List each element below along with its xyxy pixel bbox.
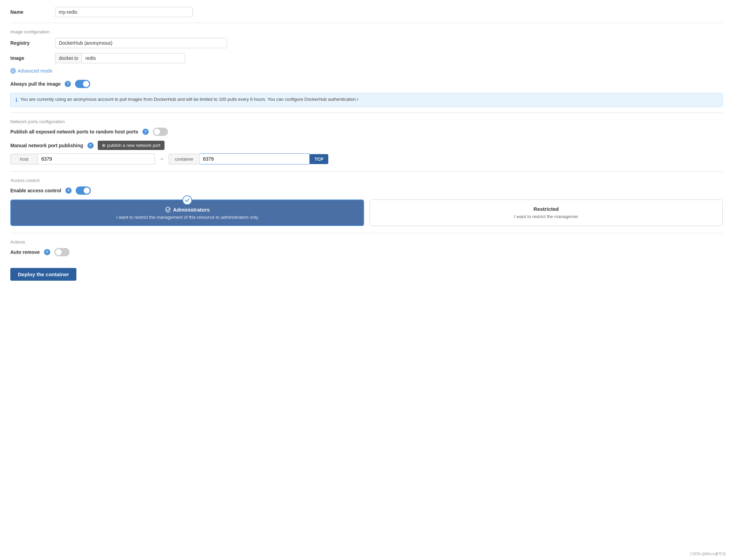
- arrow-icon: →: [155, 156, 169, 162]
- auto-remove-help-icon[interactable]: ?: [44, 249, 50, 255]
- image-prefix: docker.io: [55, 53, 82, 63]
- publish-port-button[interactable]: ⊕ publish a new network port: [98, 141, 165, 150]
- manual-port-help-icon[interactable]: ?: [87, 142, 94, 149]
- image-config-title: Image configuration: [10, 29, 723, 34]
- divider-2: [10, 112, 723, 113]
- enable-access-control-label: Enable access control: [10, 188, 61, 193]
- administrators-card[interactable]: Administrators I want to restrict the ma…: [10, 200, 364, 226]
- advanced-mode-label: Advanced mode: [18, 68, 52, 74]
- svg-line-3: [167, 209, 168, 211]
- access-control-title: Access control: [10, 178, 723, 183]
- svg-line-4: [168, 208, 169, 211]
- publish-all-help-icon[interactable]: ?: [142, 129, 149, 135]
- info-banner: ℹ You are currently using an anonymous a…: [10, 93, 723, 107]
- name-label: Name: [10, 9, 55, 15]
- always-pull-row: Always pull the image ?: [10, 80, 723, 88]
- info-icon: ℹ: [15, 97, 18, 103]
- manual-port-row: Manual network port publishing ? ⊕ publi…: [10, 141, 723, 150]
- always-pull-help-icon[interactable]: ?: [65, 81, 71, 87]
- actions-title: Actions: [10, 239, 723, 245]
- info-banner-text: You are currently using an anonymous acc…: [20, 97, 358, 102]
- publish-port-label: publish a new network port: [107, 143, 161, 148]
- divider-3: [10, 171, 723, 172]
- administrators-desc: I want to restrict the management of thi…: [18, 215, 357, 220]
- enable-access-help-icon[interactable]: ?: [65, 187, 72, 194]
- check-circle-icon: [182, 195, 192, 205]
- restricted-label: Restricted: [533, 206, 559, 212]
- always-pull-toggle[interactable]: [75, 80, 90, 88]
- image-row: Image docker.io: [10, 53, 723, 63]
- registry-input[interactable]: [55, 38, 227, 48]
- enable-access-control-row: Enable access control ?: [10, 186, 723, 195]
- checkmark-icon: [184, 197, 190, 203]
- auto-remove-label: Auto remove: [10, 249, 40, 255]
- image-name-input[interactable]: [82, 53, 185, 63]
- deploy-button[interactable]: Deploy the container: [10, 268, 76, 281]
- publish-all-label: Publish all exposed network ports to ran…: [10, 129, 138, 134]
- network-ports-title: Network ports configuration: [10, 119, 723, 124]
- publish-all-row: Publish all exposed network ports to ran…: [10, 128, 723, 136]
- image-inputs: docker.io: [55, 53, 185, 63]
- container-port-input[interactable]: [200, 153, 310, 164]
- divider-1: [10, 23, 723, 23]
- restricted-desc: I want to restrict the managemer: [377, 214, 715, 219]
- auto-remove-row: Auto remove ?: [10, 248, 723, 256]
- image-label: Image: [10, 55, 55, 61]
- divider-4: [10, 233, 723, 233]
- manual-port-label: Manual network port publishing: [10, 143, 83, 148]
- host-port-input[interactable]: [38, 153, 155, 164]
- shield-icon: [165, 206, 171, 213]
- restricted-card-title: Restricted: [377, 206, 715, 212]
- publish-all-toggle[interactable]: [153, 128, 168, 136]
- access-card-row: Administrators I want to restrict the ma…: [10, 200, 723, 226]
- plus-icon: ⊕: [102, 143, 106, 148]
- registry-row: Registry: [10, 38, 723, 48]
- always-pull-label: Always pull the image: [10, 81, 61, 87]
- auto-remove-toggle[interactable]: [54, 248, 70, 256]
- protocol-badge: TCP: [310, 154, 328, 164]
- name-input[interactable]: [55, 7, 193, 17]
- deploy-button-label: Deploy the container: [18, 271, 69, 277]
- globe-icon: [10, 68, 16, 74]
- administrators-card-title: Administrators: [18, 206, 357, 213]
- host-label: host: [10, 154, 38, 164]
- registry-label: Registry: [10, 40, 55, 46]
- advanced-mode-link[interactable]: Advanced mode: [10, 68, 723, 74]
- enable-access-toggle[interactable]: [76, 186, 91, 195]
- container-label: container: [169, 154, 200, 164]
- name-row: Name: [10, 7, 723, 17]
- port-mapping-row: host → container TCP: [10, 153, 723, 164]
- restricted-card[interactable]: Restricted I want to restrict the manage…: [370, 200, 723, 226]
- administrators-label: Administrators: [173, 207, 210, 213]
